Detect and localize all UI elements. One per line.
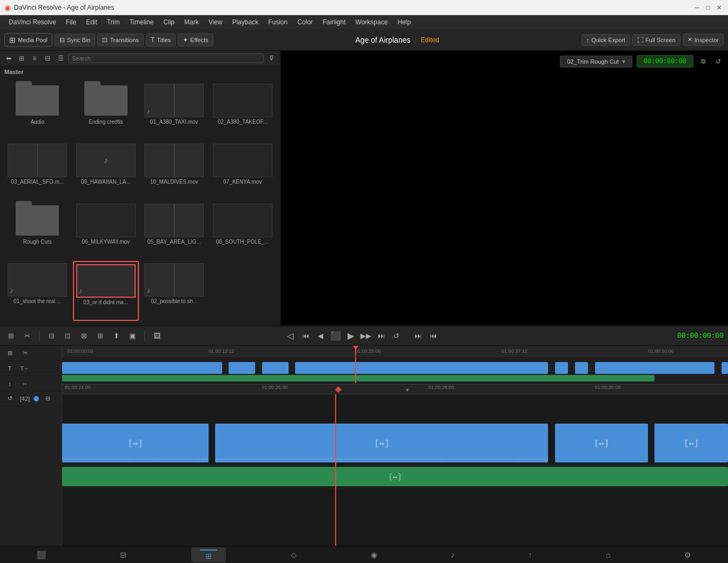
menu-fairlight[interactable]: Fairlight — [318, 17, 350, 27]
tl-tool-c[interactable]: T — [3, 362, 16, 375]
tl-video-clip[interactable] — [722, 362, 728, 374]
tl-video-clip[interactable] — [229, 362, 255, 374]
tl-audio-clip-4[interactable]: [↔] — [654, 424, 728, 463]
list-item[interactable]: Ending credtis — [73, 82, 139, 139]
list-item[interactable]: 02_A380_TAKEOF... — [210, 82, 276, 139]
minimize-button[interactable]: ─ — [692, 3, 702, 12]
mp-filmstrip-button[interactable]: ⊟ — [42, 53, 53, 64]
effects-button[interactable]: ✦ Effects — [178, 33, 213, 46]
preview-settings-button[interactable]: ⚙ — [698, 56, 709, 67]
quick-export-button[interactable]: ↑ Quick Export — [582, 34, 630, 46]
menu-view[interactable]: View — [204, 17, 227, 27]
list-item[interactable]: 08_SOUTH_POLE_... — [210, 202, 276, 259]
tl-play-fast[interactable]: ▶▶ — [359, 330, 372, 343]
tl-audio-green-clip[interactable] — [62, 375, 654, 381]
menu-mark[interactable]: Mark — [180, 17, 203, 27]
inspector-button[interactable]: ✕ Inspector — [683, 33, 724, 46]
tl-audio-clip-1[interactable]: [↔] — [62, 424, 209, 463]
tl-stop-prev[interactable]: ⏮ — [299, 330, 312, 343]
list-item[interactable]: ♪ 03_or it didnt ma... — [73, 261, 139, 321]
tl-track-1[interactable]: ↺ — [3, 392, 16, 405]
list-item[interactable]: ♪ 01_A380_TAXI.mov — [141, 82, 208, 139]
list-item[interactable]: 10_MALDIVES.mov — [141, 142, 208, 199]
sync-bin-button[interactable]: ⊟ Sync Bin — [55, 33, 95, 46]
tl-clip-replace[interactable]: ⊠ — [77, 330, 90, 343]
tl-stop-next[interactable]: ⏭ — [375, 330, 388, 343]
tl-first-button[interactable]: ⏮ — [426, 330, 439, 343]
tl-loop-button[interactable]: ↺ — [390, 330, 403, 343]
menu-timeline[interactable]: Timeline — [125, 17, 158, 27]
full-screen-button[interactable]: ⛶ Full Screen — [632, 34, 680, 46]
transitions-button[interactable]: ⊡ Transitions — [97, 33, 143, 46]
menu-workspace[interactable]: Workspace — [351, 17, 392, 27]
tl-track-2[interactable]: [42] — [18, 392, 31, 405]
timeline-tool-1[interactable]: ⊞ — [4, 330, 17, 343]
menu-trim[interactable]: Trim — [103, 17, 124, 27]
tl-image[interactable]: 🖼 — [150, 330, 163, 343]
list-item[interactable]: ♪ 01_shoot the real ... — [4, 261, 71, 321]
tl-video-clip[interactable] — [295, 362, 548, 374]
menu-davinci[interactable]: DaVinci Resolve — [4, 17, 61, 27]
tl-next-button[interactable]: ⏭ — [411, 330, 424, 343]
maximize-button[interactable]: □ — [703, 3, 713, 12]
tl-tool-b[interactable]: ✂ — [18, 347, 31, 360]
tl-video-clip[interactable] — [555, 362, 569, 374]
menu-fusion[interactable]: Fusion — [264, 17, 292, 27]
mp-grid-view-button[interactable]: ⊞ — [16, 53, 27, 64]
tl-stop-button[interactable]: ⬛ — [329, 330, 342, 343]
tl-video-clip[interactable] — [595, 362, 715, 374]
tl-prev-button[interactable]: ◁ — [284, 330, 297, 343]
list-item[interactable]: 03_AERIAL_SFO.m... — [4, 142, 71, 199]
list-item[interactable]: ♪ 09_HAWAIIAN_LA... — [73, 142, 139, 199]
tl-video-clip[interactable] — [262, 362, 289, 374]
tl-lift[interactable]: ⬆ — [110, 330, 123, 343]
tl-video-clip[interactable] — [575, 362, 589, 374]
nav-home[interactable]: ⌂ — [597, 548, 619, 561]
list-item[interactable]: 05_BAY_AREA_LIG... — [141, 202, 208, 259]
mp-back-button[interactable]: ⬅ — [3, 53, 14, 64]
nav-media[interactable]: ⬛ — [28, 548, 55, 561]
media-pool-button[interactable]: ⊞ Media Pool — [4, 33, 52, 47]
tl-play-button[interactable]: ▶ — [344, 330, 357, 343]
menu-playback[interactable]: Playback — [228, 17, 263, 27]
list-item[interactable]: 06_MILKYWAY.mov — [73, 202, 139, 259]
tl-green-clip[interactable]: [↔] — [62, 467, 728, 486]
timeline-tool-2[interactable]: ✂ — [21, 330, 34, 343]
menu-file[interactable]: File — [62, 17, 81, 27]
collapse-arrow-icon[interactable]: ▾ — [406, 387, 409, 393]
menu-edit[interactable]: Edit — [82, 17, 102, 27]
mp-list-view-button[interactable]: ≡ — [29, 53, 40, 64]
nav-edit[interactable]: ⊞ — [191, 547, 226, 562]
menu-clip[interactable]: Clip — [159, 17, 179, 27]
nav-fairlight[interactable]: ♪ — [442, 548, 463, 561]
tl-audio-clip-3[interactable]: [↔] — [555, 424, 648, 463]
tl-audio-b[interactable]: ↔ — [18, 377, 31, 390]
tl-tool-d[interactable]: T← — [18, 362, 31, 375]
close-button[interactable]: ✕ — [714, 3, 724, 12]
list-item[interactable]: ♪ 02_possible to sh... — [141, 261, 208, 321]
menu-help[interactable]: Help — [393, 17, 415, 27]
list-item[interactable]: Rough Cuts — [4, 202, 71, 259]
nav-deliver[interactable]: ↑ — [520, 548, 541, 561]
nav-cut[interactable]: ⊟ — [111, 548, 135, 561]
titles-button[interactable]: T Titles — [146, 33, 176, 46]
preview-loop-button[interactable]: ↺ — [713, 56, 724, 67]
mp-metadata-button[interactable]: ☰ — [55, 53, 66, 64]
nav-color[interactable]: ◉ — [362, 548, 386, 561]
tl-clip-insert[interactable]: ⊟ — [45, 330, 58, 343]
tl-gap[interactable]: ⊞ — [93, 330, 106, 343]
tl-video-clip[interactable] — [62, 362, 222, 374]
tl-audio-clip-2[interactable]: [↔] — [215, 424, 548, 463]
list-item[interactable]: Audio — [4, 82, 71, 139]
tl-audio-a[interactable]: ↕ — [3, 377, 16, 390]
media-pool-search[interactable] — [68, 53, 264, 63]
menu-color[interactable]: Color — [293, 17, 317, 27]
nav-settings[interactable]: ⚙ — [676, 548, 700, 561]
nav-fusion[interactable]: ◇ — [282, 548, 305, 561]
tl-tool-a[interactable]: ⊞ — [3, 347, 16, 360]
tl-play-back[interactable]: ◀ — [314, 330, 327, 343]
tl-track-3[interactable]: ⊟ — [41, 392, 54, 405]
list-item[interactable]: 07_KENYA.mov — [210, 142, 276, 199]
tl-extract[interactable]: ▣ — [126, 330, 139, 343]
mp-filter-button[interactable]: ⊽ — [266, 53, 277, 64]
